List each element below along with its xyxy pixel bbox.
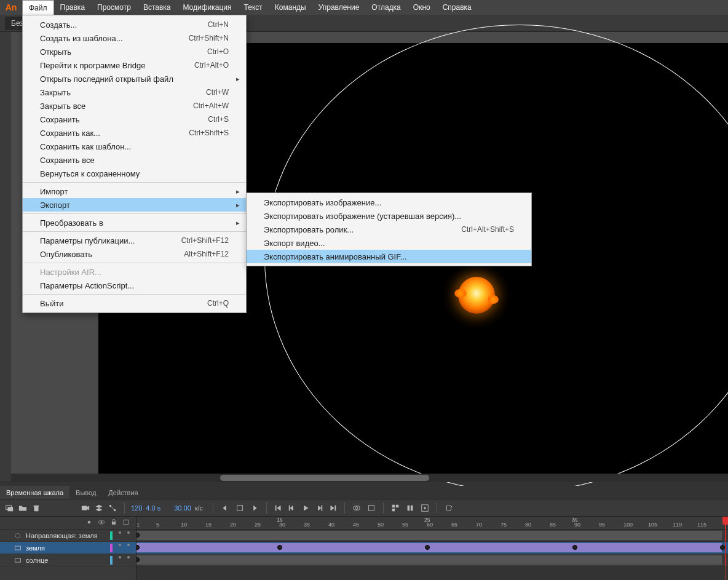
frame-ruler[interactable]: 1510152025303540455055606570758085909510… [136, 517, 728, 530]
menu-commands[interactable]: Команды [269, 0, 312, 15]
submenu-item[interactable]: Экспортировать анимированный GIF... [247, 250, 531, 263]
ruler-tick: 45 [353, 522, 359, 528]
keyframe[interactable] [572, 545, 577, 550]
svg-rect-28 [15, 558, 21, 562]
menu-text[interactable]: Текст [238, 0, 269, 15]
go-first-frame-icon[interactable] [273, 503, 284, 514]
delete-layer-icon[interactable] [31, 503, 42, 514]
layer-toggle-dot[interactable] [127, 531, 130, 534]
menu-item[interactable]: ЗакрытьCtrl+W [23, 85, 246, 99]
horizontal-scrollbar[interactable] [11, 474, 728, 482]
menu-item[interactable]: Закрыть всеCtrl+Alt+W [23, 99, 246, 113]
track-column[interactable]: 1510152025303540455055606570758085909510… [136, 517, 728, 580]
menu-item[interactable]: Создать из шаблона...Ctrl+Shift+N [23, 31, 246, 45]
submenu-item[interactable]: Экспортировать изображение... [247, 196, 531, 209]
new-folder-icon[interactable] [17, 503, 28, 514]
menu-item[interactable]: Создать...Ctrl+N [23, 18, 246, 31]
layer-row[interactable]: солнце [0, 554, 136, 566]
layer-toggle-dot[interactable] [119, 544, 121, 546]
highlight-icon[interactable] [85, 518, 93, 528]
menu-item[interactable]: Импорт [23, 185, 246, 198]
menu-view[interactable]: Просмотр [91, 0, 137, 15]
svg-rect-5 [237, 505, 243, 510]
playhead-line[interactable] [726, 517, 726, 580]
onion-outline-icon[interactable] [366, 503, 377, 514]
layer-row[interactable]: Направляющая: земля [0, 530, 136, 542]
go-last-frame-icon[interactable] [327, 503, 338, 514]
new-layer-icon[interactable] [4, 503, 15, 514]
timeline-options-icon[interactable] [443, 503, 454, 514]
keyframe[interactable] [277, 545, 282, 550]
menu-item[interactable]: Сохранить как...Ctrl+Shift+S [23, 126, 246, 140]
keyframe[interactable] [425, 545, 430, 550]
marker-icon[interactable] [405, 503, 416, 514]
ruler-tick: 85 [550, 522, 556, 528]
menu-modify[interactable]: Модификация [176, 0, 237, 15]
layer-parent-icon[interactable] [107, 503, 118, 514]
menu-item[interactable]: СохранитьCtrl+S [23, 113, 246, 126]
menu-debug[interactable]: Отладка [365, 0, 406, 15]
scrollbar-thumb[interactable] [220, 475, 429, 481]
menu-item[interactable]: ОпубликоватьAlt+Shift+F12 [23, 247, 246, 261]
menu-item[interactable]: Сохранить все [23, 153, 246, 167]
tab-timeline[interactable]: Временная шкала [0, 486, 69, 499]
fps-unit: к/с [195, 504, 203, 512]
submenu-item[interactable]: Экспорт видео... [247, 236, 531, 250]
visibility-icon[interactable] [98, 518, 105, 528]
menu-help[interactable]: Справка [437, 0, 478, 15]
outline-icon[interactable] [122, 518, 130, 528]
edit-multi-icon[interactable] [390, 503, 401, 514]
loop-icon[interactable] [234, 503, 245, 514]
menu-edit[interactable]: Правка [54, 0, 92, 15]
menu-item-shortcut: Ctrl+Alt+O [194, 61, 229, 70]
layer-depth-icon[interactable] [93, 503, 105, 514]
menu-item[interactable]: Открыть последний открытый файл [23, 72, 246, 85]
layer-toggle-dot[interactable] [127, 556, 130, 558]
play-icon[interactable] [300, 503, 311, 514]
menu-item[interactable]: ВыйтиCtrl+Q [23, 296, 246, 310]
tab-output[interactable]: Вывод [69, 486, 102, 499]
track-row[interactable] [136, 530, 728, 542]
menu-item[interactable]: Параметры ActionScript... [23, 279, 246, 292]
menu-item[interactable]: Перейти к программе BridgeCtrl+Alt+O [23, 58, 246, 72]
menu-item[interactable]: Параметры публикации...Ctrl+Shift+F12 [23, 234, 246, 247]
svg-rect-2 [82, 506, 87, 510]
track-row[interactable] [136, 554, 728, 566]
layer-row[interactable]: земля [0, 542, 136, 554]
camera-icon[interactable] [80, 503, 91, 514]
submenu-item[interactable]: Экспортировать изображение (устаревшая в… [247, 209, 531, 223]
layer-toggle-dot[interactable] [119, 531, 121, 534]
layer-toggle-dot[interactable] [119, 556, 121, 558]
layer-color-swatch[interactable] [110, 544, 113, 552]
onion-skin-icon[interactable] [351, 503, 362, 514]
fps-value[interactable]: 30.00 [174, 504, 191, 512]
menu-item-label: Закрыть [40, 88, 71, 97]
menu-item[interactable]: Сохранить как шаблон... [23, 140, 246, 153]
menu-item[interactable]: Преобразовать в [23, 216, 246, 229]
keyframe[interactable] [720, 545, 725, 550]
step-back-icon[interactable] [287, 503, 298, 514]
next-icon[interactable] [249, 503, 260, 514]
layer-toggle-dot[interactable] [127, 544, 130, 546]
frame-span[interactable] [136, 555, 722, 565]
track-row[interactable] [136, 542, 728, 554]
center-frame-icon[interactable] [419, 503, 430, 514]
menu-item[interactable]: Вернуться к сохраненному [23, 167, 246, 180]
menu-insert[interactable]: Вставка [137, 0, 177, 15]
frame-span[interactable] [136, 531, 722, 540]
submenu-item[interactable]: Экспортировать ролик...Ctrl+Alt+Shift+S [247, 223, 531, 236]
playhead-icon[interactable] [722, 517, 728, 525]
current-frame[interactable]: 120 [131, 504, 142, 512]
tool-strip[interactable] [0, 32, 11, 481]
menu-file[interactable]: Файл [22, 0, 54, 15]
menu-item[interactable]: ОткрытьCtrl+O [23, 45, 246, 58]
layer-color-swatch[interactable] [110, 556, 113, 565]
layer-color-swatch[interactable] [110, 531, 113, 540]
menu-item[interactable]: Экспорт [23, 198, 246, 212]
prev-icon[interactable] [220, 503, 231, 514]
menu-control[interactable]: Управление [312, 0, 366, 15]
menu-window[interactable]: Окно [407, 0, 437, 15]
step-forward-icon[interactable] [314, 503, 325, 514]
tab-actions[interactable]: Действия [102, 486, 144, 499]
lock-icon[interactable] [110, 518, 117, 528]
